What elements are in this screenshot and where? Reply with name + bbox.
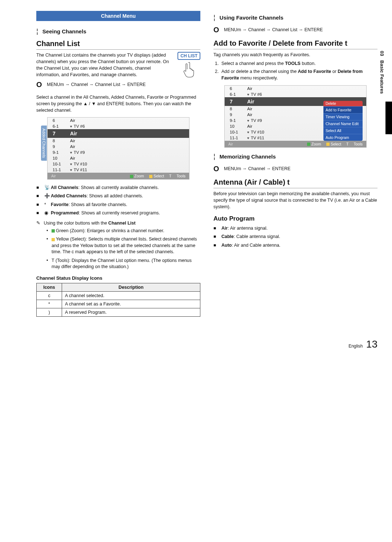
- ctx-item: Select All: [323, 127, 363, 134]
- channel-menu-header: Channel Menu: [36, 11, 200, 21]
- sub-marker: ¦: [213, 153, 215, 160]
- antenna-title: Antenna (Air / Cable) t: [213, 178, 377, 188]
- auto-program-list: Air: Air antenna signal.Cable: Cable ant…: [213, 225, 377, 249]
- menu-path-text: MENUm → Channel → Channel List → ENTERE: [224, 27, 323, 32]
- favorite-menu-screenshot: 6Air6-1♥TV #67Air8Air9Air9-1♥TV #910Air1…: [224, 85, 367, 148]
- table-row: )A reserved Program.: [37, 308, 200, 316]
- menu-path-channel-list: O MENUm → Channel → Channel List → ENTER…: [36, 81, 200, 89]
- color-button-actions: Green (Zoom): Enlarges or shrinks a chan…: [36, 228, 200, 270]
- color-action-item: T (Tools): Displays the Channel List opt…: [46, 258, 200, 270]
- menu-icon-O: O: [36, 81, 42, 89]
- category-item: ◉Programmed: Shows all currently reserve…: [36, 210, 200, 217]
- menu-path-text: MENUm → Channel → Channel List → ENTERE: [47, 82, 146, 87]
- table-row: *A channel set as a Favorite.: [37, 300, 200, 308]
- channel-row: 11-1♥TV #11: [48, 167, 189, 173]
- channel-row: 6Air: [48, 118, 189, 123]
- side-tab: 03 Basic Features: [379, 51, 385, 94]
- th-desc: Description: [62, 283, 200, 291]
- auto-item: Air: Air antenna signal.: [213, 225, 377, 232]
- memorizing-label: Memorizing Channels: [220, 153, 276, 160]
- note-text: Using the color buttons with the Channel…: [44, 221, 135, 226]
- page-num: 13: [366, 338, 377, 350]
- memorizing-sub: ¦ Memorizing Channels: [213, 153, 377, 160]
- channel-row: 6Air: [225, 86, 366, 91]
- menu-icon-O: O: [213, 165, 219, 173]
- color-action-item: Green (Zoom): Enlarges or shrinks a chan…: [46, 228, 200, 234]
- footer-tools: Tools: [354, 142, 363, 146]
- sub-marker: ¦: [36, 28, 38, 35]
- auto-item: Auto: Air and Cable antenna.: [213, 242, 377, 249]
- table-row: cA channel selected.: [37, 291, 200, 300]
- ctx-item: Add to Favorite: [323, 106, 363, 113]
- channel-row: 6-1♥TV #6: [48, 123, 189, 129]
- chlist-box-label: CH LIST: [177, 52, 200, 60]
- channel-list-screenshot: Added Channels 6Air6-1♥TV #67Air8Air9Air…: [47, 117, 189, 180]
- ctx-header: Delete: [323, 101, 363, 106]
- tv-footer: Air Zoom Select T Tools: [48, 173, 189, 179]
- side-section-num: 03: [379, 51, 385, 56]
- color-action-item: Yellow (Select): Selects multiple channe…: [46, 236, 200, 255]
- footer-source: Air: [51, 174, 56, 178]
- page-number: English 13: [0, 338, 392, 350]
- step-item: Add or delete a the channel using the Ad…: [220, 68, 377, 81]
- footer-t: T: [346, 142, 348, 146]
- menu-path-memorize: O MENUm → Channel → ENTERE: [213, 165, 377, 173]
- channel-row: 7Air: [48, 129, 189, 138]
- status-icons-heading: Channel Status Display Icons: [36, 275, 200, 281]
- channel-list-intro: The Channel List contains the channels y…: [36, 52, 200, 78]
- channel-row: 9-1♥TV #9: [48, 149, 189, 155]
- category-item: *Favorite: Shows all favorite channels.: [36, 202, 200, 208]
- channel-row: 6-1♥TV #6: [225, 91, 366, 97]
- footer-zoom: Zoom: [307, 142, 321, 146]
- thumb-index-bar: [385, 102, 392, 134]
- channel-row: 10Air: [48, 155, 189, 161]
- footer-tools: Tools: [176, 174, 185, 178]
- auto-item: Cable: Cable antenna signal.: [213, 234, 377, 240]
- context-menu: Delete Add to FavoriteTimer ViewingChann…: [323, 101, 363, 141]
- chlist-remote-icon: CH LIST: [177, 52, 200, 78]
- pencil-icon: ✎: [36, 221, 40, 226]
- ctx-item: Channel Name Edit: [323, 120, 363, 127]
- th-icons: Icons: [37, 283, 62, 291]
- footer-t: T: [169, 174, 171, 178]
- channel-row: 8Air: [48, 138, 189, 144]
- footer-zoom: Zoom: [130, 174, 144, 178]
- tag-favorites-intro: Tag channels you watch frequently as Fav…: [213, 52, 377, 58]
- hand-pointer-icon: [183, 61, 196, 78]
- channel-list-title: Channel List: [36, 40, 200, 50]
- status-icons-table: Icons Description cA channel selected.*A…: [36, 283, 200, 317]
- using-favorite-label: Using Favorite Channels: [220, 15, 283, 21]
- color-buttons-note: ✎ Using the color buttons with the Chann…: [36, 220, 200, 226]
- channel-row: 10-1♥TV #10: [48, 161, 189, 167]
- ctx-item: Auto Program: [323, 134, 363, 141]
- channel-categories-list: 📡All Channels: Shows all currently avail…: [36, 185, 200, 217]
- sub-marker: ¦: [213, 14, 215, 21]
- auto-program-title: Auto Program: [213, 215, 377, 222]
- favorite-steps: Select a channel and press the TOOLS but…: [213, 60, 377, 81]
- ctx-item: Timer Viewing: [323, 113, 363, 120]
- menu-path-text: MENUm → Channel → ENTERE: [224, 166, 290, 171]
- seeing-channels-sub: ¦ Seeing Channels: [36, 28, 200, 35]
- footer-select: Select: [326, 142, 341, 146]
- footer-source: Air: [228, 142, 233, 146]
- add-favorite-title: Add to Favorite / Delete from Favorite t: [213, 39, 377, 49]
- category-item: 📡All Channels: Shows all currently avail…: [36, 185, 200, 191]
- added-channels-tab: Added Channels: [41, 126, 47, 161]
- select-channel-text: Select a channel in the All Channels, Ad…: [36, 94, 200, 114]
- channel-row: 9Air: [48, 144, 189, 149]
- page-lang: English: [348, 344, 363, 349]
- category-item: ➕Added Channels: Shows all added channel…: [36, 193, 200, 200]
- seeing-channels-label: Seeing Channels: [42, 28, 86, 34]
- antenna-text: Before your television can begin memoriz…: [213, 190, 377, 210]
- tv-footer: Air Zoom Select T Tools: [225, 141, 366, 147]
- using-favorite-sub: ¦ Using Favorite Channels: [213, 14, 377, 21]
- menu-icon-O: O: [213, 26, 219, 34]
- side-section-label: Basic Features: [379, 60, 385, 94]
- footer-select: Select: [149, 174, 164, 178]
- menu-path-favorite: O MENUm → Channel → Channel List → ENTER…: [213, 26, 377, 34]
- step-item: Select a channel and press the TOOLS but…: [220, 60, 377, 67]
